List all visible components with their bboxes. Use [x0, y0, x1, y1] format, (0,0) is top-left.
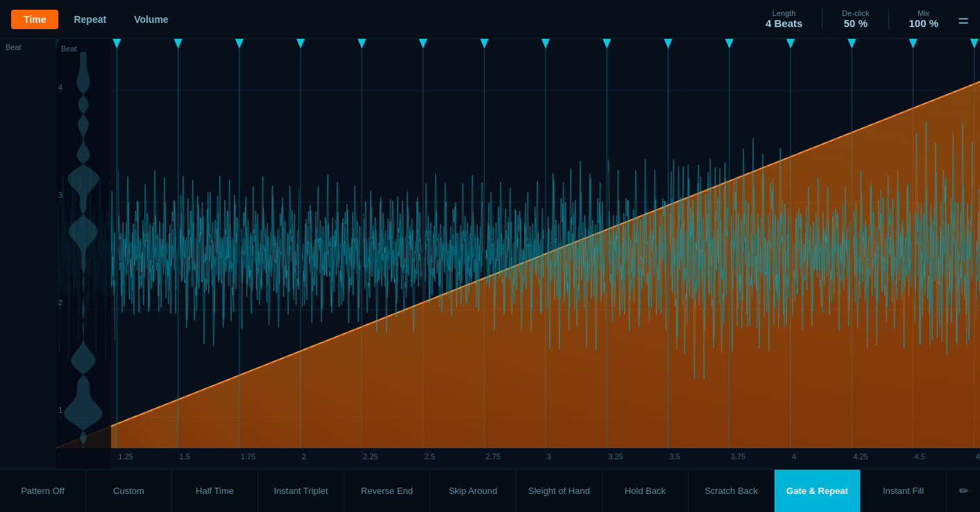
waveform-canvas[interactable] — [56, 39, 980, 469]
bottom-bar: Pattern Off Custom Half Time Instant Tri… — [0, 469, 980, 512]
preset-custom[interactable]: Custom — [86, 470, 172, 513]
declick-value: 50 % — [844, 17, 868, 29]
length-label: Length — [772, 9, 796, 17]
mix-label: Mix — [918, 9, 929, 17]
preset-sleight-of-hand[interactable]: Sleight of Hand — [516, 470, 602, 513]
preset-scratch-back[interactable]: Scratch Back — [688, 470, 775, 513]
top-right-controls: Length 4 Beats De-click 50 % Mix 100 % ⚌ — [766, 9, 969, 30]
mix-settings-icon[interactable]: ⚌ — [958, 12, 969, 27]
preset-reverse-end[interactable]: Reverse End — [344, 470, 430, 513]
preset-hold-back[interactable]: Hold Back — [602, 470, 688, 513]
declick-control[interactable]: De-click 50 % — [842, 9, 869, 29]
preset-instant-triplet[interactable]: Instant Triplet — [258, 470, 344, 513]
length-value: 4 Beats — [766, 17, 802, 29]
preset-gate-repeat[interactable]: Gate & Repeat — [775, 470, 861, 513]
pencil-icon: ✏ — [959, 484, 968, 497]
tab-time[interactable]: Time — [11, 10, 58, 29]
mix-value: 100 % — [909, 17, 938, 29]
preset-pattern-off[interactable]: Pattern Off — [0, 470, 86, 513]
waveform-area: Beat — [0, 39, 980, 469]
declick-label: De-click — [842, 9, 869, 17]
beat-label: Beat — [6, 43, 22, 51]
divider-2 — [888, 9, 889, 30]
edit-icon-button[interactable]: ✏ — [947, 470, 980, 513]
preset-instant-fill[interactable]: Instant Fill — [861, 470, 947, 513]
length-control[interactable]: Length 4 Beats — [766, 9, 802, 29]
tab-repeat[interactable]: Repeat — [61, 10, 119, 29]
preset-skip-around[interactable]: Skip Around — [430, 470, 516, 513]
preset-half-time[interactable]: Half Time — [172, 470, 258, 513]
mix-control[interactable]: Mix 100 % — [909, 9, 938, 29]
top-bar: Time Repeat Volume Length 4 Beats De-cli… — [0, 0, 980, 39]
divider-1 — [822, 9, 822, 30]
tab-volume[interactable]: Volume — [121, 10, 181, 29]
tab-group: Time Repeat Volume — [11, 10, 181, 29]
